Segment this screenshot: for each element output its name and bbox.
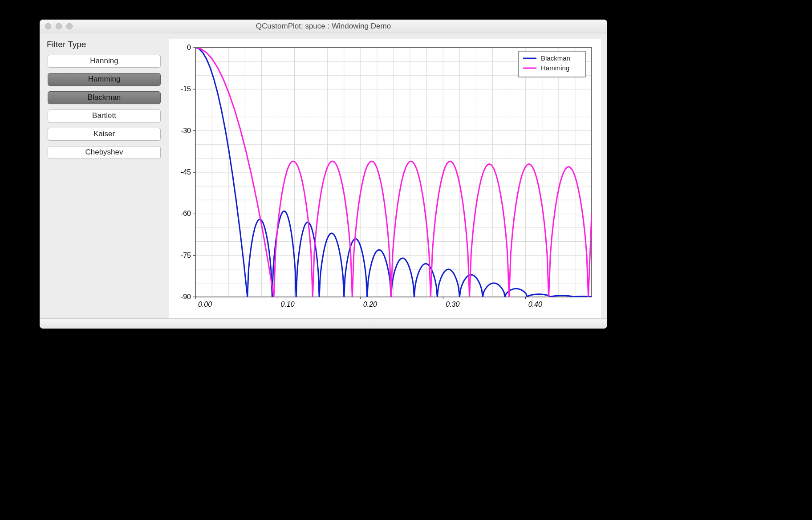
svg-text:0.40: 0.40 [528, 301, 542, 308]
svg-text:-60: -60 [181, 210, 191, 217]
sidebar: Filter Type HanningHammingBlackmanBartle… [40, 33, 169, 329]
svg-text:-15: -15 [181, 85, 191, 93]
svg-text:0.30: 0.30 [446, 301, 459, 308]
app-window: QCustomPlot: spuce : Windowing Demo Filt… [40, 20, 607, 329]
window-title: QCustomPlot: spuce : Windowing Demo [40, 22, 607, 31]
filter-button-blackman[interactable]: Blackman [48, 91, 161, 104]
filter-button-hanning[interactable]: Hanning [48, 55, 161, 68]
svg-text:0.20: 0.20 [363, 301, 377, 308]
filter-button-kaiser[interactable]: Kaiser [48, 128, 161, 141]
minimize-icon[interactable] [56, 23, 62, 29]
zoom-icon[interactable] [66, 23, 73, 29]
svg-text:0.10: 0.10 [280, 301, 294, 308]
svg-text:0.00: 0.00 [198, 301, 212, 308]
close-icon[interactable] [45, 23, 51, 29]
svg-text:-90: -90 [181, 293, 191, 301]
filter-button-chebyshev[interactable]: Chebyshev [48, 146, 161, 159]
filter-button-hamming[interactable]: Hamming [48, 73, 161, 86]
titlebar: QCustomPlot: spuce : Windowing Demo [40, 20, 607, 33]
svg-text:-45: -45 [181, 168, 191, 176]
filter-type-label: Filter Type [46, 40, 162, 49]
window-controls [45, 23, 73, 29]
legend-entry-hamming: Hamming [541, 64, 569, 72]
filter-button-bartlett[interactable]: Bartlett [48, 110, 161, 122]
svg-text:0: 0 [187, 44, 191, 51]
statusbar [40, 318, 607, 329]
svg-text:-30: -30 [181, 127, 191, 134]
chart: 0-15-30-45-60-75-900.000.100.200.300.40B… [169, 39, 596, 315]
svg-text:-75: -75 [181, 252, 191, 259]
legend-entry-blackman: Blackman [541, 54, 570, 62]
plot-area[interactable]: 0-15-30-45-60-75-900.000.100.200.300.40B… [169, 39, 601, 323]
